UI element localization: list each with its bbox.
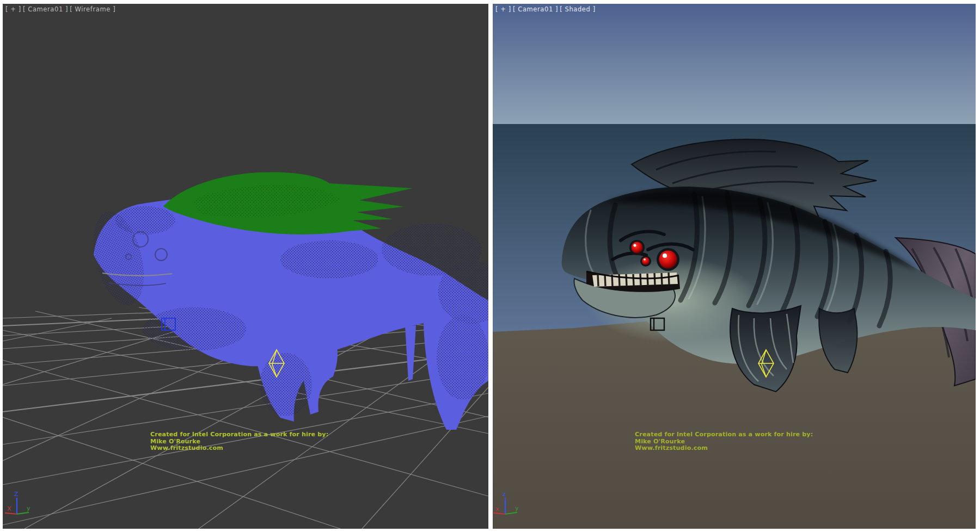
fish-eye-small	[642, 257, 650, 265]
viewport-label: [ + ][ Camera01 ][ Shaded ]	[495, 5, 597, 13]
credit-line-3: Www.fritzstudio.com	[150, 445, 328, 452]
viewport-menu-shading[interactable]: [ Shaded ]	[560, 5, 596, 13]
viewport-menu-camera[interactable]: [ Camera01 ]	[23, 5, 68, 13]
credit-line-3: Www.fritzstudio.com	[635, 445, 813, 452]
axis-z-label: z	[503, 491, 506, 498]
fish-eye-large	[659, 251, 677, 269]
viewport-menu-general[interactable]: [ + ]	[495, 5, 511, 13]
scene-credit-text: Created for Intel Corporation as a work …	[635, 431, 813, 452]
axis-x-label: x	[495, 505, 499, 512]
viewport-menu-general[interactable]: [ + ]	[5, 5, 21, 13]
axis-x-label: X	[7, 505, 11, 512]
axis-y-label: y	[515, 505, 519, 512]
axis-y-label: y	[27, 505, 30, 512]
fish-model-wireframe[interactable]	[85, 172, 488, 430]
app-canvas: { "viewport_left": { "plus": "[ + ]", "c…	[0, 0, 980, 532]
credit-line-1: Created for Intel Corporation as a work …	[150, 431, 328, 438]
sky-background	[493, 4, 976, 125]
axis-z-label: Z	[14, 491, 19, 498]
fish-fin-spike-wireframe[interactable]	[405, 325, 416, 381]
viewport-label: [ + ][ Camera01 ][ Wireframe ]	[5, 5, 117, 13]
viewport-menu-shading[interactable]: [ Wireframe ]	[70, 5, 115, 13]
axis-tripod: X Z y	[5, 491, 30, 514]
scene-credit-text: Created for Intel Corporation as a work …	[150, 431, 328, 452]
credit-line-1: Created for Intel Corporation as a work …	[635, 431, 813, 438]
fish-eye-medium	[632, 242, 643, 253]
viewport-menu-camera[interactable]: [ Camera01 ]	[513, 5, 558, 13]
viewport-shaded[interactable]: [ + ][ Camera01 ][ Shaded ]	[493, 4, 976, 529]
viewport-wireframe[interactable]: [ + ][ Camera01 ][ Wireframe ]	[3, 4, 488, 529]
